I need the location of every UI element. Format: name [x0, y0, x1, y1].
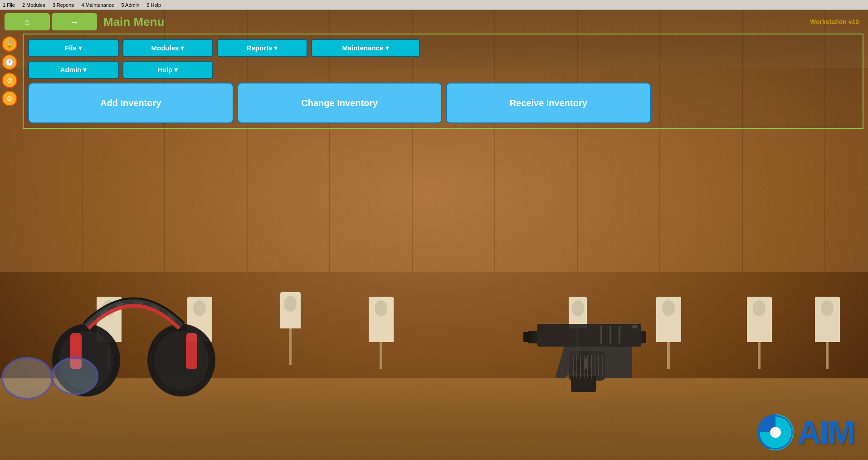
menubar-file[interactable]: 1 File	[3, 2, 15, 8]
back-icon: ←	[70, 17, 79, 27]
svg-point-32	[772, 429, 779, 436]
nav-maintenance[interactable]: Maintenance ▾	[311, 39, 420, 57]
workstation-label: Workstation #19	[810, 18, 859, 25]
menubar-maintenance[interactable]: 4 Maintenance	[81, 2, 114, 8]
nav-row-2: Admin ▾ Help ▾	[28, 61, 858, 79]
nav-help[interactable]: Help ▾	[122, 61, 213, 79]
nav-file[interactable]: File ▾	[28, 39, 119, 57]
svg-point-31	[770, 427, 781, 438]
change-inventory-btn[interactable]: Change Inventory	[237, 83, 443, 123]
menu-bar: 1 File 2 Modules 3 Reports 4 Maintenance…	[0, 0, 868, 10]
home-button[interactable]: ⌂	[5, 13, 50, 30]
nav-admin[interactable]: Admin ▾	[28, 61, 119, 79]
menubar-admin[interactable]: 5 Admin	[122, 2, 140, 8]
menubar-help[interactable]: 6 Help	[146, 2, 161, 8]
menubar-modules[interactable]: 2 Modules	[22, 2, 45, 8]
aim-logo-circle	[757, 414, 794, 450]
sidebar: 🔒 🕐 ⊘ ⚙	[0, 34, 20, 109]
home-icon: ⌂	[24, 17, 30, 27]
nav-row-1: File ▾ Modules ▾ Reports ▾ Maintenance ▾	[28, 39, 858, 57]
aim-logo-text: AIM	[797, 414, 854, 451]
aim-logo: AIM	[757, 414, 854, 451]
nav-modules[interactable]: Modules ▾	[122, 39, 213, 57]
menubar-reports[interactable]: 3 Reports	[53, 2, 74, 8]
nav-reports[interactable]: Reports ▾	[217, 39, 307, 57]
sidebar-gear-icon[interactable]: ⚙	[2, 91, 17, 106]
sidebar-clock-icon[interactable]: 🕐	[2, 54, 17, 70]
sidebar-no-icon[interactable]: ⊘	[2, 73, 17, 88]
page-title: Main Menu	[103, 15, 808, 29]
toolbar: ⌂ ← Main Menu Workstation #19	[0, 10, 868, 34]
sidebar-lock-icon[interactable]: 🔒	[2, 36, 17, 52]
receive-inventory-btn[interactable]: Receive Inventory	[446, 83, 651, 123]
add-inventory-btn[interactable]: Add Inventory	[28, 83, 234, 123]
content-panel: File ▾ Modules ▾ Reports ▾ Maintenance ▾…	[23, 34, 863, 129]
back-button[interactable]: ←	[52, 13, 97, 30]
inventory-row: Add Inventory Change Inventory Receive I…	[28, 83, 858, 123]
inventory-row-spacer	[655, 83, 858, 123]
